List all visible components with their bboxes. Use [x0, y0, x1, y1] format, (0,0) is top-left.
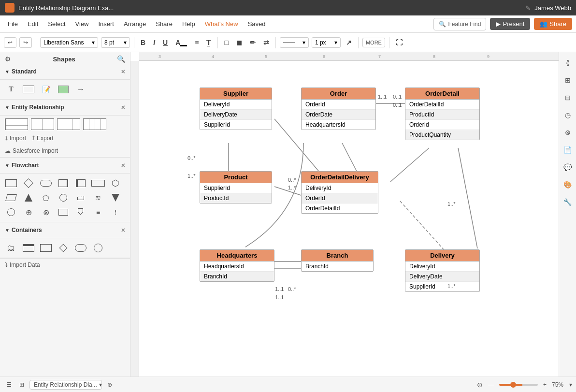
line-size-selector[interactable]: 1 px ▾ [312, 37, 341, 48]
menu-select[interactable]: Select [44, 18, 69, 29]
entity-supplier[interactable]: Supplier DeliveryId DeliveryDate Supplie… [200, 87, 272, 130]
entity-branch[interactable]: Branch BranchId [301, 249, 374, 272]
fc-rect[interactable] [4, 177, 18, 189]
fc-hex[interactable]: ⬡ [108, 177, 123, 189]
entity-headquarters[interactable]: Headquarters HeadquartersId BranchId [200, 249, 274, 282]
fc-diamond[interactable] [21, 177, 36, 189]
tab-dropdown-icon[interactable]: ▾ [99, 381, 102, 388]
more-button[interactable]: MORE [362, 38, 385, 47]
tab-current[interactable]: Entity Relationship Dia... ▾ [29, 380, 102, 390]
rp-clock-button[interactable]: ◷ [561, 108, 575, 122]
fc-circ2[interactable] [4, 206, 18, 218]
fullscreen-button[interactable]: ⛶ [393, 37, 405, 48]
zoom-out-button[interactable]: — [486, 380, 496, 390]
rp-comment-button[interactable]: 💬 [561, 160, 575, 174]
entity-orderdetail[interactable]: OrderDetail OrderDetailId ProductId Orde… [405, 87, 480, 140]
arrow-shape[interactable]: → [73, 84, 88, 95]
menu-help[interactable]: Help [178, 18, 199, 29]
gear-icon[interactable]: ⚙ [5, 55, 11, 63]
line-color-button[interactable]: ✏ [247, 37, 258, 48]
fc-para[interactable] [4, 192, 18, 203]
fc-rect3[interactable] [73, 177, 88, 189]
redo-button[interactable]: ↪ [19, 37, 32, 48]
undo-button[interactable]: ↩ [4, 37, 16, 48]
diagram-canvas[interactable]: Supplier DeliveryId DeliveryDate Supplie… [139, 61, 559, 377]
er-shape-1[interactable] [5, 118, 28, 130]
cont-rounded[interactable] [73, 242, 88, 254]
italic-button[interactable]: I [151, 37, 158, 48]
green-rect-shape[interactable] [56, 84, 71, 95]
fc-trap[interactable] [21, 192, 36, 203]
fc-cylinder[interactable]: 🗃 [73, 192, 88, 203]
entity-delivery[interactable]: Delivery DeliveryId DeliveryDate Supplie… [405, 249, 480, 292]
line-style-selector[interactable]: —— ▾ [280, 37, 309, 48]
close-flowchart[interactable]: × [121, 161, 125, 169]
rp-tools-button[interactable]: 🔧 [561, 195, 575, 209]
fc-wide-rect[interactable] [91, 177, 105, 189]
fc-rounded[interactable] [39, 177, 53, 189]
fc-cross[interactable]: ⊗ [39, 206, 53, 218]
bold-button[interactable]: B [138, 37, 148, 48]
er-header[interactable]: ▼ Entity Relationship × [0, 100, 130, 116]
menu-view[interactable]: View [72, 18, 93, 29]
cont-rect-h[interactable] [21, 242, 36, 254]
er-shape-3[interactable] [57, 118, 80, 130]
fc-list1[interactable]: ≡ [91, 206, 105, 218]
flowchart-header[interactable]: ▼ Flowchart × [0, 158, 130, 174]
connections-button[interactable]: ⇄ [261, 37, 272, 48]
import-data-button[interactable]: ⤵ Import Data [5, 261, 40, 268]
cont-cylinder[interactable]: 🗂 [4, 242, 18, 254]
menu-edit[interactable]: Edit [24, 18, 42, 29]
fc-shield[interactable]: ⛉ [73, 206, 88, 218]
fc-pentagon[interactable]: ⬠ [39, 192, 53, 203]
rp-format-button[interactable]: 🎨 [561, 178, 575, 191]
underline-button[interactable]: U [160, 37, 170, 48]
close-containers[interactable]: × [121, 226, 125, 234]
import-button[interactable]: ⤵ Import [5, 135, 26, 142]
menu-share[interactable]: Share [152, 18, 176, 29]
font-color-button[interactable]: A [173, 37, 189, 48]
containers-header[interactable]: ▼ Containers × [0, 222, 130, 238]
cont-rect[interactable] [39, 242, 53, 254]
waypoint-button[interactable]: ↗ [344, 37, 354, 48]
text-shape[interactable]: T [4, 84, 18, 95]
list-view-button[interactable]: ☰ [4, 380, 14, 390]
share-button[interactable]: 👥 Share [534, 18, 572, 30]
rp-expand-button[interactable]: ⟪ [561, 56, 575, 70]
fc-circle[interactable] [56, 192, 71, 203]
menu-insert[interactable]: Insert [94, 18, 118, 29]
shape-fill-button[interactable]: □ [222, 37, 230, 48]
rp-layers-button[interactable]: ⊗ [561, 126, 575, 139]
text-format-button[interactable]: T̲ [204, 37, 214, 48]
entity-order[interactable]: Order OrderId OrderDate HeadquartersId [301, 87, 376, 130]
cont-circle[interactable] [91, 242, 105, 254]
cont-diamond[interactable] [56, 242, 71, 254]
fc-rect4[interactable] [56, 206, 71, 218]
zoom-dropdown-icon[interactable]: ▾ [569, 381, 572, 388]
menu-file[interactable]: File [4, 18, 22, 29]
fc-tridown[interactable] [108, 192, 123, 203]
entity-orderdetaildelivery[interactable]: OrderDetailDelivery DeliveryId OrderId O… [301, 171, 378, 214]
canvas-area[interactable]: 3 4 5 6 7 8 9 [130, 52, 559, 377]
fc-plus[interactable]: ⊕ [21, 206, 36, 218]
standard-header[interactable]: ▼ Standard × [0, 64, 130, 80]
export-button[interactable]: ⤴ Export [32, 135, 54, 142]
note-shape[interactable]: 📝 [39, 84, 53, 95]
font-size-selector[interactable]: 8 pt ▾ [101, 37, 130, 48]
font-selector[interactable]: Liberation Sans ▾ [40, 37, 98, 48]
search-button[interactable]: 🔍 [117, 55, 125, 63]
rect-shape[interactable] [21, 84, 36, 95]
feature-find-button[interactable]: 🔍 Feature Find [433, 18, 486, 30]
edit-icon[interactable]: ✎ [525, 4, 531, 12]
fc-wavy[interactable]: ≋ [91, 192, 105, 203]
close-er[interactable]: × [121, 103, 125, 111]
rp-grid-button[interactable]: ⊞ [561, 73, 575, 87]
zoom-in-button[interactable]: + [541, 380, 549, 390]
fill-color-button[interactable]: ◼ [234, 37, 245, 48]
er-shape-2[interactable] [31, 118, 54, 130]
close-standard[interactable]: × [121, 68, 125, 75]
menu-whats-new[interactable]: What's New [201, 18, 242, 29]
fc-rect2[interactable] [56, 177, 71, 189]
salesforce-import-button[interactable]: ☁ Salesforce Import [5, 147, 58, 154]
fc-list2[interactable]: ⁞ [108, 206, 123, 218]
